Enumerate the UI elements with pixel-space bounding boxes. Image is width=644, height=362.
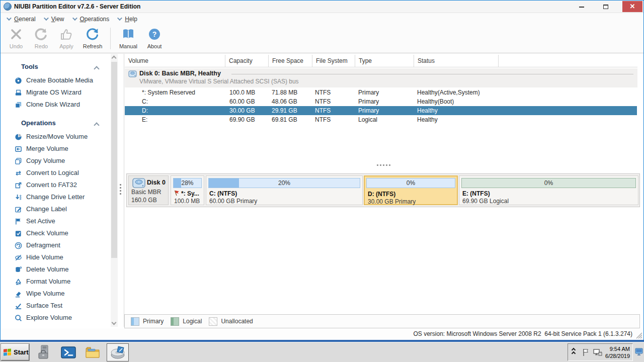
sidebar-item-check-volume[interactable]: Check Volume	[1, 228, 124, 240]
sidebar-item-set-active[interactable]: Set Active	[1, 216, 124, 228]
disk-map-disk0[interactable]: Disk 0 Basic MBR 160.0 GB	[128, 175, 169, 205]
refresh-icon	[79, 27, 106, 42]
tray-date: 6/28/2019	[599, 352, 630, 359]
clock[interactable]: 9:54 AM 6/28/2019	[599, 345, 630, 359]
sidebar-item-wipe-volume[interactable]: Wipe Volume	[1, 288, 124, 300]
menu-general[interactable]: General	[7, 16, 36, 23]
menu-view[interactable]: View	[44, 16, 64, 23]
collapse-icon[interactable]	[94, 122, 99, 128]
divider	[231, 74, 633, 74]
sidebar-item-hide-volume[interactable]: Hide Volume	[1, 252, 124, 264]
sidebar-item-explore-volume[interactable]: Explore Volume	[1, 312, 124, 324]
scroll-down-icon[interactable]	[112, 320, 117, 325]
eye-slash-icon	[15, 254, 22, 261]
column-header-volume[interactable]: Volume	[125, 55, 225, 67]
sidebar-item-surface-test[interactable]: Surface Test	[1, 300, 124, 312]
horizontal-splitter-handle[interactable]	[377, 164, 392, 166]
undo-button[interactable]: Undo	[4, 24, 29, 53]
book-icon	[115, 27, 142, 42]
minimize-button[interactable]	[573, 1, 590, 12]
system-tray: 9:54 AM 6/28/2019	[568, 343, 633, 361]
sidebar-item-create-bootable-media[interactable]: Create Bootable Media	[1, 75, 124, 87]
refresh-button[interactable]: Refresh	[79, 24, 106, 53]
redo-button[interactable]: Redo	[29, 24, 54, 53]
unallocated-swatch	[209, 317, 217, 326]
volume-row-system-reserved[interactable]: *: System Reserved 100.0 MB 71.88 MB NTF…	[125, 88, 637, 97]
sidebar-item-delete-volume[interactable]: Delete Volume	[1, 264, 124, 276]
volume-row-c[interactable]: C: 60.00 GB 48.06 GB NTFS Primary Health…	[125, 97, 637, 106]
powershell-icon[interactable]	[60, 344, 76, 360]
volume-row-e[interactable]: E: 69.90 GB 69.81 GB NTFS Logical Health…	[125, 115, 637, 124]
resize-grip[interactable]	[636, 332, 642, 339]
column-header-capacity[interactable]: Capacity	[225, 55, 269, 67]
show-hidden-icons-chevron[interactable]	[572, 348, 575, 355]
boot-flag-icon	[174, 190, 180, 196]
about-button[interactable]: ? About	[142, 24, 167, 53]
sidebar-item-merge-volume[interactable]: Merge Volume	[1, 143, 124, 155]
sidebar-item-migrate-os-wizard[interactable]: Migrate OS Wizard	[1, 87, 124, 99]
magnifier-icon	[15, 314, 22, 322]
eraser-icon	[15, 290, 22, 298]
collapse-icon[interactable]	[94, 66, 99, 71]
partition-block-c[interactable]: 20% C: (NTFS) 60.00 GB Primary	[206, 175, 363, 205]
disk-group-row[interactable]: Disk 0: Basic MBR, Healthy VMware, VMwar…	[125, 68, 637, 87]
partition-block-system-reserved[interactable]: 28% *: Sy... 100.0 MB	[171, 175, 204, 205]
legend-logical: Logical	[171, 317, 202, 326]
apply-button[interactable]: Apply	[54, 24, 79, 53]
column-header-status[interactable]: Status	[414, 55, 499, 67]
clone-icon	[15, 101, 22, 109]
minimize-icon	[579, 7, 584, 8]
column-header-file-system[interactable]: File System	[312, 55, 355, 67]
start-button[interactable]: Start	[1, 344, 29, 360]
app-window: NIUBI Partition Editor v7.2.6 - Server E…	[0, 0, 644, 340]
sidebar-item-change-label[interactable]: Change Label	[1, 204, 124, 216]
sidebar-section-tools[interactable]: Tools	[1, 63, 124, 75]
sidebar-item-format-volume[interactable]: Format Volume	[1, 276, 124, 288]
sidebar-item-copy-volume[interactable]: Copy Volume	[1, 155, 124, 167]
menu-help[interactable]: Help	[117, 16, 137, 23]
action-center-flag-icon[interactable]	[581, 348, 590, 357]
title-bar[interactable]: NIUBI Partition Editor v7.2.6 - Server E…	[1, 1, 643, 13]
sidebar-item-resize-move-volume[interactable]: Resize/Move Volume	[1, 131, 124, 143]
scroll-up-icon[interactable]	[112, 56, 117, 61]
server-manager-icon[interactable]	[36, 344, 52, 360]
manual-button[interactable]: Manual	[115, 24, 142, 53]
vertical-splitter-handle[interactable]	[120, 183, 122, 203]
sidebar-item-convert-to-fat32[interactable]: Convert to FAT32	[1, 179, 124, 192]
legend: Primary Logical Unallocated	[124, 314, 640, 328]
convert-icon	[15, 169, 22, 177]
sidebar-scrollbar[interactable]	[111, 54, 118, 327]
niubi-taskbar-button-active[interactable]	[107, 343, 129, 361]
sidebar-item-change-drive-letter[interactable]: Change Drive Letter	[1, 192, 124, 204]
scrollbar-thumb[interactable]	[111, 62, 117, 258]
disk-icon	[132, 178, 145, 189]
usage-bar: 0%	[366, 178, 455, 188]
disk-group-subtitle: VMware, VMware Virtual S Serial Attached…	[139, 78, 299, 85]
svg-text:?: ?	[152, 30, 157, 38]
merge-icon	[15, 145, 22, 153]
menu-label: Help	[125, 16, 137, 23]
explorer-folder-icon[interactable]	[85, 344, 101, 360]
menu-label: General	[14, 16, 36, 23]
column-header-type[interactable]: Type	[355, 55, 414, 67]
sidebar-item-convert-to-logical[interactable]: Convert to Logical	[1, 167, 124, 179]
sidebar-item-defragment[interactable]: Defragment	[1, 240, 124, 252]
usage-bar: 0%	[461, 178, 636, 188]
maximize-button[interactable]	[597, 1, 614, 12]
volume-row-d-selected[interactable]: D: 30.00 GB 29.91 GB NTFS Primary Health…	[125, 106, 637, 115]
menu-operations[interactable]: Operations	[72, 16, 110, 23]
primary-swatch	[131, 317, 139, 326]
status-bar: OS version: Microsoft Windows Server 200…	[1, 328, 643, 340]
show-desktop-icon[interactable]	[635, 346, 643, 358]
close-button[interactable]: ✕	[622, 1, 642, 12]
sidebar-section-operations[interactable]: Operations	[1, 119, 124, 131]
undo-icon	[4, 27, 29, 42]
partition-block-d-selected[interactable]: 0% D: (NTFS) 30.00 GB Primary	[364, 175, 458, 205]
sidebar-item-clone-disk-wizard[interactable]: Clone Disk Wizard	[1, 99, 124, 111]
partition-block-e[interactable]: 0% E: (NTFS) 69.90 GB Logical	[459, 175, 638, 205]
column-header-empty	[499, 55, 637, 67]
column-header-free-space[interactable]: Free Space	[269, 55, 312, 67]
disk-icon	[128, 70, 137, 78]
usage-bar: 20%	[208, 178, 360, 188]
windows-logo-icon	[4, 348, 12, 356]
